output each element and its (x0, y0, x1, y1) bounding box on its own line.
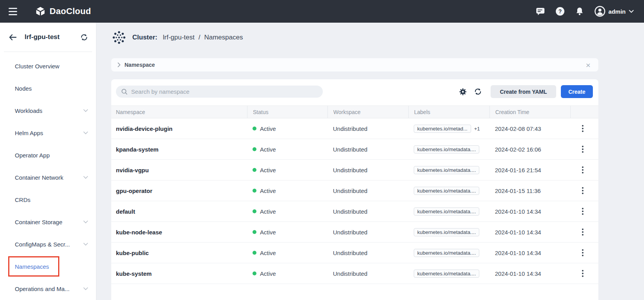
kebab-menu-icon[interactable] (582, 252, 584, 254)
sidebar-item-label: Container Network (15, 174, 63, 181)
search-input[interactable] (131, 88, 318, 95)
avatar (594, 6, 605, 17)
namespace-name[interactable]: nvidia-device-plugin (111, 125, 247, 132)
namespace-name[interactable]: default (111, 208, 247, 215)
status-dot (253, 127, 256, 130)
body-row: lrf-gpu-test Cluster Overview (0, 23, 644, 300)
status-cell: Active (247, 188, 327, 194)
column-header-workspace[interactable]: Workspace (327, 106, 408, 118)
sidebar-item-helm-apps[interactable]: Helm Apps (0, 122, 96, 144)
labels-cell: kubernetes.io/metadata.... (408, 207, 489, 216)
table-row: default Active Undistributed kubernetes.… (111, 201, 598, 222)
close-icon[interactable]: × (586, 61, 592, 69)
collapse-chevron-icon[interactable] (117, 62, 121, 67)
status-text: Active (260, 167, 276, 173)
label-chip[interactable]: kubernetes.io/metadata.... (414, 187, 479, 195)
help-icon[interactable]: ? (555, 7, 565, 16)
table-row: kube-system Active Undistributed kuberne… (111, 263, 598, 284)
sidebar-item-workloads[interactable]: Workloads (0, 100, 96, 122)
kebab-menu-icon[interactable] (582, 231, 584, 233)
label-chip[interactable]: kubernetes.io/metadata.... (414, 145, 479, 154)
status-text: Active (260, 188, 276, 194)
label-chip[interactable]: kubernetes.io/metadata.... (414, 228, 479, 236)
workspace-value: Undistributed (327, 146, 408, 153)
sidebar-item-configmaps-secr[interactable]: ConfigMaps & Secr... (0, 233, 96, 255)
sidebar-item-operator-app[interactable]: Operator App (0, 144, 96, 166)
sidebar-item-container-network[interactable]: Container Network (0, 166, 96, 189)
sidebar-nav: Cluster Overview Nodes Workloads Helm Ap… (0, 52, 96, 300)
svg-text:?: ? (559, 8, 562, 14)
sidebar-item-container-storage[interactable]: Container Storage (0, 211, 96, 233)
kebab-menu-icon[interactable] (582, 128, 584, 129)
username: admin (608, 8, 626, 15)
search-box[interactable] (116, 86, 323, 98)
namespace-panel-bar[interactable]: Namespace × (111, 58, 598, 71)
create-from-yaml-button[interactable]: Create from YAML (491, 85, 556, 98)
sidebar-item-crds[interactable]: CRDs (0, 189, 96, 211)
namespace-name[interactable]: kube-system (111, 270, 247, 277)
namespace-name[interactable]: nvidia-vgpu (111, 167, 247, 173)
kebab-menu-icon[interactable] (582, 273, 584, 274)
back-arrow-icon[interactable] (9, 34, 17, 41)
namespace-name[interactable]: kpanda-system (111, 146, 247, 153)
column-header-namespace[interactable]: Namespace (111, 106, 247, 118)
column-header-status[interactable]: Status (247, 106, 327, 118)
status-text: Active (260, 146, 276, 153)
chat-icon[interactable] (535, 7, 545, 16)
breadcrumb-prefix: Cluster: (132, 34, 157, 41)
breadcrumb-cluster[interactable]: lrf-gpu-test (163, 34, 194, 41)
sidebar-item-namespaces[interactable]: Namespaces (0, 255, 96, 278)
column-header-creation-time[interactable]: Creation Time (489, 106, 570, 118)
sidebar-item-label: Workloads (15, 107, 43, 114)
status-cell: Active (247, 146, 327, 153)
brand[interactable]: DaoCloud (35, 6, 91, 17)
labels-cell: kubernetes.io/metadata.... (408, 249, 489, 257)
switch-cluster-icon[interactable] (80, 33, 88, 41)
column-header-labels[interactable]: Labels (408, 106, 489, 118)
refresh-icon[interactable] (474, 88, 482, 96)
creation-time: 2024-01-16 21:54 (489, 167, 570, 173)
settings-gear-icon[interactable] (459, 88, 467, 96)
cluster-dots-icon (111, 30, 127, 45)
breadcrumb-path: lrf-gpu-test / Namespaces (163, 34, 243, 41)
sidebar-item-operations-and-ma[interactable]: Operations and Ma... (0, 278, 96, 300)
bell-icon[interactable] (575, 7, 584, 16)
creation-time: 2024-02-02 16:06 (489, 146, 570, 153)
table-header: Namespace Status Workspace Labels Creati… (111, 105, 598, 118)
label-chip[interactable]: kubernetes.io/metad... (414, 125, 471, 133)
kebab-menu-icon[interactable] (582, 148, 584, 150)
label-chip[interactable]: kubernetes.io/metadata.... (414, 207, 479, 216)
label-chip[interactable]: kubernetes.io/metadata.... (414, 166, 479, 174)
creation-time: 2024-02-08 07:43 (489, 125, 570, 132)
kebab-menu-icon[interactable] (582, 169, 584, 171)
sidebar-item-nodes[interactable]: Nodes (0, 77, 96, 100)
daocloud-logo-icon (35, 6, 46, 17)
actions-cell (570, 211, 598, 212)
search-icon (121, 88, 128, 95)
kebab-menu-icon[interactable] (582, 190, 584, 191)
sidebar-item-label: Namespaces (15, 263, 49, 270)
sidebar-header: lrf-gpu-test (0, 23, 96, 52)
label-chip[interactable]: kubernetes.io/metadata.... (414, 270, 479, 278)
chevron-down-icon (83, 243, 88, 246)
create-button[interactable]: Create (561, 85, 593, 98)
label-chip[interactable]: kubernetes.io/metadata.... (414, 249, 479, 257)
namespace-name[interactable]: gpu-operator (111, 188, 247, 194)
status-cell: Active (247, 125, 327, 132)
workspace-value: Undistributed (327, 250, 408, 256)
namespace-name[interactable]: kube-node-lease (111, 229, 247, 236)
workspace-value: Undistributed (327, 125, 408, 132)
kebab-menu-icon[interactable] (582, 211, 584, 212)
menu-icon[interactable] (9, 8, 17, 15)
sidebar-item-cluster-overview[interactable]: Cluster Overview (0, 55, 96, 77)
namespace-name[interactable]: kube-public (111, 250, 247, 256)
user-menu[interactable]: admin (594, 6, 634, 17)
breadcrumb-separator: / (198, 34, 200, 41)
status-cell: Active (247, 270, 327, 277)
workspace-value: Undistributed (327, 188, 408, 194)
actions-cell (570, 148, 598, 150)
label-extra-count[interactable]: +1 (474, 126, 480, 132)
status-text: Active (260, 125, 276, 132)
table-row: kube-node-lease Active Undistributed kub… (111, 222, 598, 243)
namespace-table: Namespace Status Workspace Labels Creati… (111, 105, 598, 284)
